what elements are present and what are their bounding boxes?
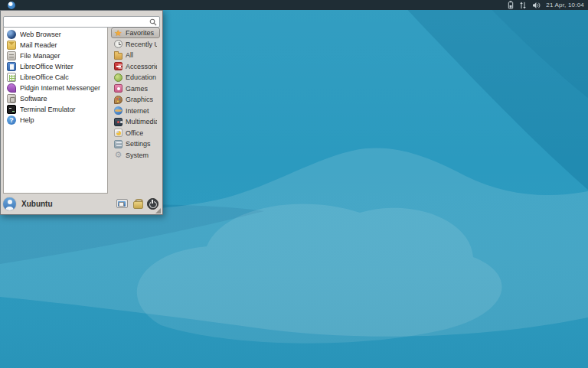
menu-item-software[interactable]: Software: [4, 93, 107, 104]
envelope-icon: [7, 41, 16, 50]
category-label: Accessories: [126, 63, 157, 70]
category-accessories[interactable]: Accessories: [111, 61, 160, 72]
menu-item-label: Software: [20, 95, 47, 103]
terminal-icon: [7, 105, 16, 114]
settings-sliders-icon: [114, 140, 122, 148]
search-icon: [149, 15, 157, 23]
category-office[interactable]: Office: [111, 128, 160, 138]
menu-item-label: Terminal Emulator: [20, 106, 76, 113]
category-education[interactable]: Education: [111, 72, 160, 83]
menu-item-pidgin[interactable]: Pidgin Internet Messenger: [4, 83, 107, 93]
education-icon: [114, 73, 122, 82]
whisker-menu: Web Browser Mail Reader File Manager Lib…: [0, 10, 163, 215]
whisker-menu-button[interactable]: [4, 0, 19, 10]
category-label: Multimedia: [126, 118, 157, 125]
category-label: Internet: [126, 107, 149, 115]
help-question-icon: [7, 116, 16, 125]
folder-icon: [114, 53, 122, 60]
accessories-knife-icon: [114, 62, 122, 70]
internet-globe-icon: [114, 106, 122, 115]
multimedia-icon: [114, 118, 122, 126]
menu-item-mail-reader[interactable]: Mail Reader: [4, 40, 107, 50]
menu-footer: Xubuntu: [3, 195, 160, 212]
category-multimedia[interactable]: Multimedia: [111, 116, 160, 127]
globe-icon: [7, 30, 16, 39]
resize-grip[interactable]: [155, 208, 161, 213]
menu-item-label: File Manager: [20, 52, 60, 60]
menu-item-label: LibreOffice Calc: [20, 73, 69, 81]
gamepad-icon: [114, 84, 122, 93]
category-all[interactable]: All: [111, 50, 160, 60]
username: Xubuntu: [21, 200, 53, 208]
menu-body: Web Browser Mail Reader File Manager Lib…: [3, 27, 160, 194]
all-settings-button[interactable]: [114, 197, 129, 210]
category-games[interactable]: Games: [111, 83, 160, 94]
category-label: Graphics: [126, 96, 153, 103]
search-input[interactable]: [3, 16, 160, 28]
menu-item-label: Web Browser: [20, 31, 61, 38]
menu-item-help[interactable]: Help: [4, 115, 107, 125]
star-icon: [114, 29, 122, 37]
network-icon[interactable]: [519, 0, 527, 10]
file-cabinet-icon: [7, 51, 16, 60]
panel-clock[interactable]: 21 Apr, 10:04: [546, 0, 584, 10]
category-label: Settings: [126, 140, 151, 148]
xubuntu-logo-icon: [8, 2, 15, 9]
menu-item-libreoffice-calc[interactable]: LibreOffice Calc: [4, 72, 107, 83]
menu-item-label: Mail Reader: [20, 41, 57, 49]
volume-icon[interactable]: [532, 0, 541, 10]
menu-item-label: LibreOffice Writer: [20, 63, 74, 70]
lock-screen-icon: [132, 199, 142, 209]
category-settings[interactable]: Settings: [111, 138, 160, 149]
category-label: Games: [126, 85, 148, 93]
category-label: Office: [126, 129, 143, 137]
palette-icon: [114, 96, 122, 104]
office-chart-icon: [114, 129, 122, 137]
system-gear-icon: [114, 151, 122, 159]
chat-bubble-icon: [7, 83, 16, 93]
menu-item-label: Help: [20, 116, 34, 124]
menu-item-terminal-emulator[interactable]: Terminal Emulator: [4, 104, 107, 115]
top-panel: 21 Apr, 10:04: [0, 0, 588, 10]
menu-item-file-manager[interactable]: File Manager: [4, 50, 107, 61]
category-label: Education: [126, 73, 156, 81]
writer-document-icon: [7, 62, 16, 71]
software-box-icon: [7, 94, 16, 103]
all-settings-window-icon: [116, 199, 128, 208]
user-avatar-icon: [3, 197, 16, 210]
battery-icon[interactable]: [508, 0, 514, 10]
category-label: System: [126, 151, 149, 159]
category-label: Favorites: [126, 29, 154, 37]
menu-item-web-browser[interactable]: Web Browser: [4, 29, 107, 40]
category-internet[interactable]: Internet: [111, 106, 160, 116]
clock-icon: [114, 40, 122, 48]
application-list: Web Browser Mail Reader File Manager Lib…: [3, 27, 108, 194]
category-label: Recently Used: [126, 41, 157, 48]
menu-item-label: Pidgin Internet Messenger: [20, 84, 100, 92]
system-tray: 21 Apr, 10:04: [508, 0, 584, 10]
category-recently-used[interactable]: Recently Used: [111, 39, 160, 50]
category-system[interactable]: System: [111, 150, 160, 161]
category-favorites[interactable]: Favorites: [111, 28, 160, 38]
menu-item-libreoffice-writer[interactable]: LibreOffice Writer: [4, 61, 107, 72]
calc-spreadsheet-icon: [7, 73, 16, 82]
category-list: Favorites Recently Used All Accessories …: [111, 27, 160, 194]
category-label: All: [126, 51, 133, 59]
category-graphics[interactable]: Graphics: [111, 94, 160, 105]
search-row: [3, 13, 160, 24]
lock-screen-button[interactable]: [129, 197, 145, 210]
